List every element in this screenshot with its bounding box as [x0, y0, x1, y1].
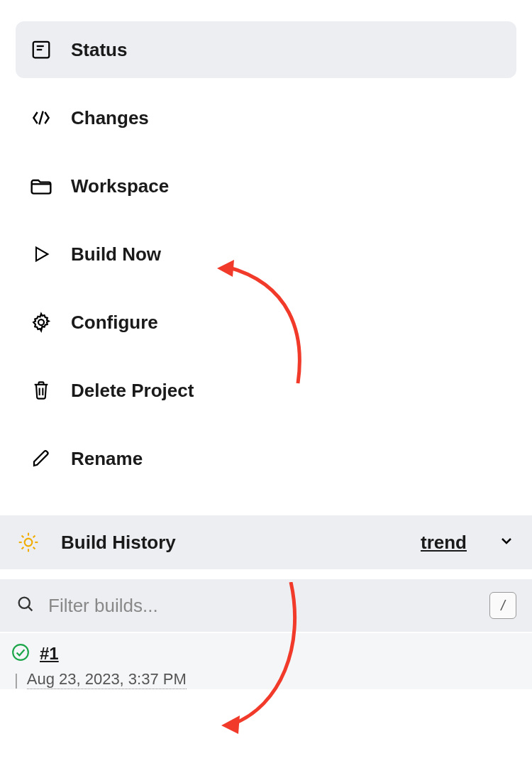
svg-point-20	[13, 645, 28, 660]
shortcut-hint: /	[489, 592, 516, 619]
build-now-icon	[30, 243, 52, 265]
chevron-down-icon[interactable]	[498, 532, 515, 552]
build-history-section: Build History trend / #1	[0, 515, 532, 689]
sidebar-item-build-now[interactable]: Build Now	[16, 226, 516, 283]
build-entry[interactable]: #1 | Aug 23, 2023, 3:37 PM	[0, 633, 532, 689]
build-id-link[interactable]: #1	[40, 644, 59, 664]
sidebar-item-label: Configure	[71, 312, 158, 334]
search-icon	[16, 594, 35, 617]
svg-line-19	[28, 607, 33, 611]
build-history-title: Build History	[61, 532, 399, 554]
sidebar-item-configure[interactable]: Configure	[16, 294, 516, 351]
sidebar-item-label: Build Now	[71, 243, 161, 265]
changes-icon	[30, 106, 52, 129]
svg-line-3	[39, 111, 43, 125]
svg-marker-22	[221, 716, 240, 734]
rename-icon	[30, 447, 52, 470]
sidebar-item-changes[interactable]: Changes	[16, 89, 516, 146]
sidebar-item-status[interactable]: Status	[16, 21, 516, 78]
svg-point-6	[38, 319, 44, 325]
svg-line-16	[22, 547, 24, 549]
sidebar-item-label: Rename	[71, 448, 143, 470]
sidebar-item-label: Changes	[71, 107, 149, 129]
build-timestamp[interactable]: Aug 23, 2023, 3:37 PM	[27, 670, 187, 689]
svg-point-18	[19, 598, 30, 608]
sun-icon	[17, 531, 40, 554]
svg-line-14	[22, 536, 24, 538]
filter-builds-input[interactable]	[48, 595, 477, 617]
success-icon	[11, 643, 30, 664]
svg-point-9	[25, 539, 33, 547]
status-icon	[30, 38, 52, 61]
filter-builds-bar: /	[0, 579, 532, 632]
sidebar-item-delete-project[interactable]: Delete Project	[16, 362, 516, 419]
sidebar-nav: Status Changes Workspace Build Now	[0, 0, 532, 487]
sidebar-item-rename[interactable]: Rename	[16, 430, 516, 487]
sidebar-item-workspace[interactable]: Workspace	[16, 158, 516, 214]
svg-marker-5	[36, 248, 48, 261]
pipe-separator: |	[14, 671, 18, 689]
svg-line-15	[33, 547, 35, 549]
configure-icon	[30, 311, 52, 334]
svg-line-17	[33, 536, 35, 538]
build-history-header: Build History trend	[0, 515, 532, 569]
trend-link[interactable]: trend	[421, 532, 467, 554]
sidebar-item-label: Status	[71, 39, 127, 61]
sidebar-item-label: Workspace	[71, 175, 169, 197]
delete-icon	[30, 379, 52, 402]
workspace-icon	[30, 175, 52, 197]
sidebar-item-label: Delete Project	[71, 380, 194, 402]
